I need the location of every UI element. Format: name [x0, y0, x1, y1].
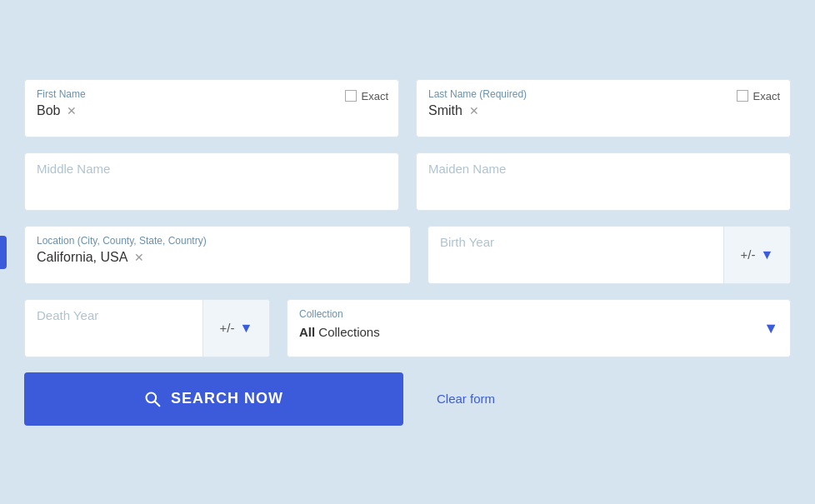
- location-text: California, USA: [37, 250, 128, 265]
- death-year-range-selector[interactable]: +/- ▼: [202, 300, 269, 357]
- birth-year-dropdown-arrow[interactable]: ▼: [761, 247, 774, 262]
- last-name-value: Smith ✕: [428, 103, 778, 118]
- location-value: California, USA ✕: [37, 250, 398, 265]
- row-death-collection: Death Year +/- ▼ Collection All Collecti…: [24, 299, 791, 357]
- collection-dropdown-arrow[interactable]: ▼: [763, 319, 778, 337]
- maiden-name-placeholder: Maiden Name: [428, 162, 778, 176]
- collection-value: All Collections: [299, 325, 778, 339]
- death-year-plusminus-label: +/-: [220, 321, 235, 335]
- maiden-name-field[interactable]: Maiden Name: [416, 152, 791, 211]
- last-name-exact-checkbox[interactable]: [737, 90, 748, 102]
- birth-year-input[interactable]: Birth Year: [428, 227, 723, 283]
- svg-line-1: [155, 401, 159, 405]
- last-name-label: Last Name (Required): [428, 88, 778, 100]
- last-name-field: Last Name (Required) Smith ✕ Exact: [416, 79, 791, 137]
- last-name-clear[interactable]: ✕: [469, 104, 479, 117]
- first-name-value: Bob ✕: [37, 103, 387, 118]
- birth-year-range-selector[interactable]: +/- ▼: [723, 227, 790, 283]
- left-tab-indicator: [0, 236, 7, 269]
- first-name-clear[interactable]: ✕: [67, 104, 77, 117]
- death-year-placeholder: Death Year: [37, 308, 191, 322]
- first-name-label: First Name: [37, 88, 387, 100]
- search-button-label: SEARCH NOW: [171, 390, 283, 407]
- search-icon: [144, 391, 161, 407]
- collection-all-text: All: [299, 325, 315, 339]
- row-location-birth: Location (City, County, State, Country) …: [24, 226, 791, 284]
- birth-year-plusminus-label: +/-: [741, 247, 756, 262]
- birth-year-placeholder: Birth Year: [440, 235, 712, 249]
- row-middle-maiden: Middle Name Maiden Name: [24, 152, 791, 211]
- last-name-exact-wrapper[interactable]: Exact: [737, 90, 780, 102]
- clear-form-link[interactable]: Clear form: [437, 392, 495, 406]
- collection-field[interactable]: Collection All Collections ▼: [287, 299, 791, 357]
- death-year-input[interactable]: Death Year: [25, 300, 202, 357]
- first-name-text: Bob: [37, 103, 60, 118]
- search-now-button[interactable]: SEARCH NOW: [24, 372, 403, 426]
- action-row: SEARCH NOW Clear form: [24, 372, 791, 426]
- location-clear[interactable]: ✕: [134, 251, 144, 264]
- clear-form-label: Clear form: [437, 392, 495, 406]
- middle-name-field[interactable]: Middle Name: [24, 152, 399, 211]
- last-name-text: Smith: [428, 103, 462, 118]
- death-year-field: Death Year +/- ▼: [24, 299, 270, 357]
- search-form: First Name Bob ✕ Exact Last Name (Requir…: [16, 62, 799, 442]
- first-name-field: First Name Bob ✕ Exact: [24, 79, 399, 137]
- row-name: First Name Bob ✕ Exact Last Name (Requir…: [24, 79, 791, 137]
- location-field: Location (City, County, State, Country) …: [24, 226, 411, 284]
- birth-year-field: Birth Year +/- ▼: [428, 226, 791, 284]
- first-name-exact-checkbox[interactable]: [345, 90, 357, 102]
- collection-label: Collection: [299, 308, 778, 320]
- death-year-dropdown-arrow[interactable]: ▼: [240, 321, 253, 336]
- location-label: Location (City, County, State, Country): [37, 235, 398, 247]
- middle-name-placeholder: Middle Name: [37, 162, 387, 176]
- collection-rest-text: Collections: [315, 325, 380, 339]
- last-name-exact-label: Exact: [752, 90, 780, 102]
- first-name-exact-label: Exact: [361, 90, 388, 102]
- first-name-exact-wrapper[interactable]: Exact: [345, 90, 388, 102]
